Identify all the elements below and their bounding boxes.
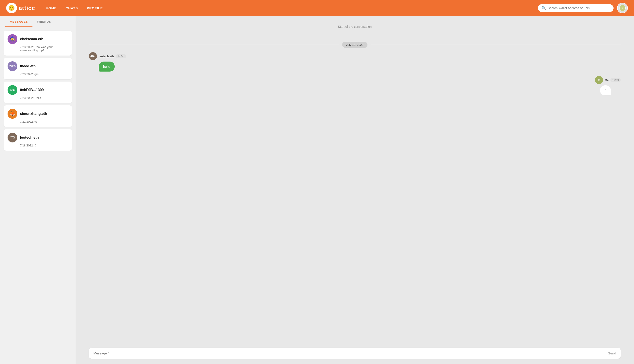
- chat-preview-leotech: 7/18/2022: :): [8, 144, 68, 147]
- svg-text:🧙: 🧙: [10, 36, 15, 42]
- chat-preview-chelseaaa: 7/23/2022: How was your snowboarding tri…: [8, 45, 68, 52]
- message-input-bar: Send: [89, 348, 621, 359]
- conversation-start-label: Start of the conversation: [89, 25, 621, 28]
- date-divider-line-left: [89, 45, 339, 45]
- msg-sender-leotech: leotech.eth: [99, 55, 114, 58]
- navbar: 😊 atticc HOME CHATS PROFILE 🔍 #: [0, 0, 634, 16]
- message-bubble-incoming: hello: [99, 62, 115, 72]
- message-group-incoming: 470f leotech.eth 17:58 hello: [89, 52, 621, 72]
- chat-item-leotech[interactable]: 470f leotech.eth 7/18/2022: :): [4, 129, 72, 151]
- tab-messages[interactable]: MESSAGES: [5, 16, 33, 27]
- chat-avatar-ineed: 22E5: [8, 61, 17, 71]
- nav-chats[interactable]: CHATS: [66, 6, 78, 10]
- user-avatar-icon: #: [619, 5, 626, 11]
- chat-name-simonzhang: simonzhang.eth: [20, 112, 47, 116]
- chat-item-ineed[interactable]: 22E5 ineed.eth 7/23/2022: gm: [4, 58, 72, 79]
- msg-time-incoming: 17:58: [116, 54, 126, 58]
- msg-avatar-leotech: 470f: [89, 52, 97, 60]
- chat-avatar-0xbf9b: 1309: [8, 85, 17, 95]
- chat-area: Start of the conversation July 18, 2022 …: [76, 16, 634, 364]
- chat-avatar-simonzhang: 🦊: [8, 109, 17, 119]
- logo-icon: 😊: [6, 3, 17, 13]
- message-bubble-outgoing: :): [600, 85, 611, 95]
- chat-preview-ineed: 7/23/2022: gm: [8, 72, 68, 76]
- nav-links: HOME CHATS PROFILE: [46, 6, 531, 10]
- message-meta-incoming: 470f leotech.eth 17:58: [89, 52, 126, 60]
- nav-home[interactable]: HOME: [46, 6, 57, 10]
- sidebar: MESSAGES FRIENDS 🧙 chelseaaa.eth 7/23/20…: [0, 16, 76, 364]
- msg-time-outgoing: 17:59: [610, 78, 621, 82]
- msg-avatar-me: #: [595, 76, 603, 84]
- message-input[interactable]: [93, 351, 608, 355]
- chat-name-ineed: ineed.eth: [20, 64, 36, 68]
- chat-preview-simonzhang: 7/21/2022: yo: [8, 120, 68, 123]
- user-avatar-button[interactable]: #: [617, 3, 628, 13]
- message-group-outgoing: 17:59 Me # :): [89, 76, 621, 95]
- logo-text: atticc: [19, 5, 35, 12]
- chat-name-leotech: leotech.eth: [20, 136, 39, 140]
- logo[interactable]: 😊 atticc: [6, 3, 35, 13]
- date-badge: July 18, 2022: [342, 42, 367, 48]
- chat-item-chelseaaa[interactable]: 🧙 chelseaaa.eth 7/23/2022: How was your …: [4, 31, 72, 56]
- date-divider-line-right: [371, 45, 621, 45]
- main-layout: MESSAGES FRIENDS 🧙 chelseaaa.eth 7/23/20…: [0, 16, 634, 364]
- chat-list: 🧙 chelseaaa.eth 7/23/2022: How was your …: [0, 27, 76, 364]
- search-bar[interactable]: 🔍: [538, 4, 613, 12]
- message-input-area: Send: [76, 344, 634, 364]
- chat-name-chelseaaa: chelseaaa.eth: [20, 37, 43, 41]
- sidebar-tabs: MESSAGES FRIENDS: [0, 16, 76, 27]
- chat-avatar-chelseaaa: 🧙: [8, 34, 17, 44]
- chat-avatar-leotech: 470f: [8, 133, 17, 142]
- svg-text:#: #: [621, 6, 623, 10]
- chat-item-0xbf9b[interactable]: 1309 0xbF9B...1309 7/23/2022: Hello: [4, 82, 72, 103]
- chat-item-simonzhang[interactable]: 🦊 simonzhang.eth 7/21/2022: yo: [4, 105, 72, 127]
- nav-profile[interactable]: PROFILE: [87, 6, 103, 10]
- chat-messages: Start of the conversation July 18, 2022 …: [76, 16, 634, 344]
- msg-sender-me: Me: [605, 78, 609, 82]
- message-meta-outgoing: 17:59 Me #: [595, 76, 621, 84]
- chat-name-0xbf9b: 0xbF9B...1309: [20, 88, 44, 92]
- date-divider: July 18, 2022: [89, 42, 621, 48]
- tab-friends[interactable]: FRIENDS: [33, 16, 56, 27]
- svg-text:🦊: 🦊: [10, 111, 15, 116]
- svg-text:#: #: [598, 78, 600, 82]
- chat-preview-0xbf9b: 7/23/2022: Hello: [8, 96, 68, 100]
- search-input[interactable]: [548, 6, 610, 10]
- send-button[interactable]: Send: [608, 351, 616, 355]
- nav-right: 🔍 #: [538, 3, 628, 13]
- search-icon: 🔍: [541, 6, 546, 10]
